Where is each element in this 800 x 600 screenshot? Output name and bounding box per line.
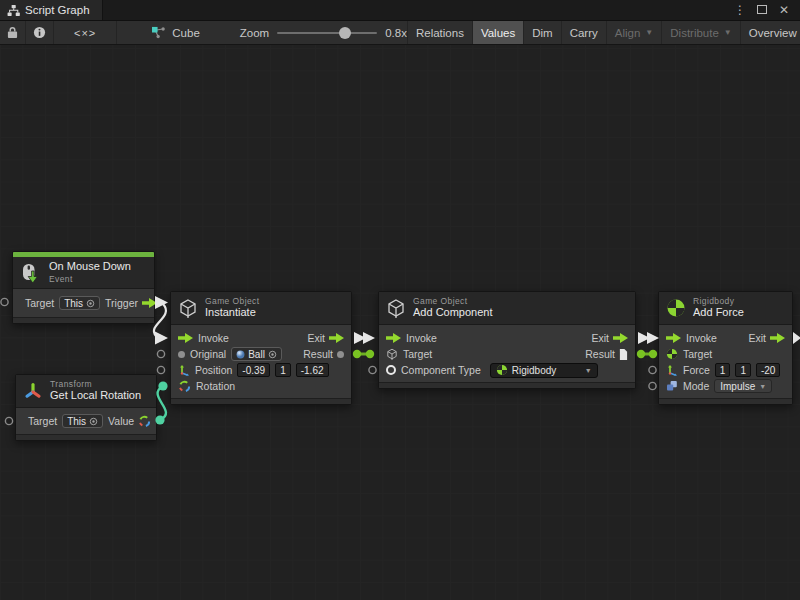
- port-label-target: Target: [28, 415, 57, 427]
- position-y-field[interactable]: 1: [275, 363, 291, 377]
- align-button[interactable]: Align▼: [607, 21, 663, 44]
- position-x-field[interactable]: -0.39: [237, 363, 270, 377]
- game-object-icon: [386, 348, 398, 360]
- flow-arrow-icon[interactable]: [613, 333, 628, 343]
- relations-button[interactable]: Relations: [408, 21, 473, 44]
- wire-exit-to-invoke-1[interactable]: [354, 332, 375, 344]
- position-z-field[interactable]: -1.62: [296, 363, 329, 377]
- force-z-field[interactable]: -20: [756, 363, 780, 377]
- target-object-field[interactable]: This: [59, 296, 100, 310]
- force-x-field[interactable]: 1: [715, 363, 731, 377]
- target-object-field[interactable]: This: [62, 414, 103, 428]
- close-icon[interactable]: ✕: [776, 3, 792, 17]
- mode-dropdown[interactable]: Impulse ▼: [714, 379, 772, 393]
- node-header[interactable]: Game Object Add Component: [379, 292, 635, 325]
- rigidbody-icon: [666, 298, 686, 318]
- transform-icon: [23, 381, 43, 401]
- wire-exit-offscreen[interactable]: [793, 332, 800, 344]
- subgraph-icon: [151, 26, 166, 39]
- wire-exit-to-invoke-2[interactable]: [638, 332, 659, 344]
- port-row-target: Target: [659, 346, 792, 362]
- flow-arrow-icon[interactable]: [329, 333, 344, 343]
- node-add-component[interactable]: Game Object Add Component Invoke Exit Ta…: [378, 291, 636, 389]
- carry-button[interactable]: Carry: [562, 21, 607, 44]
- more-menu-icon[interactable]: ⋮: [732, 3, 748, 17]
- flow-arrow-icon[interactable]: [666, 333, 681, 343]
- port-row: Target This Value: [16, 408, 156, 434]
- values-button[interactable]: Values: [473, 21, 524, 44]
- node-subtitle: Game Object: [413, 296, 493, 307]
- overview-button[interactable]: Overview: [741, 21, 800, 44]
- chevron-down-icon: ▼: [724, 28, 732, 37]
- port-row-invoke: Invoke Exit: [379, 330, 635, 346]
- node-subtitle: Game Object: [205, 296, 259, 307]
- port-row-force: Force 1 1 -20: [659, 362, 792, 378]
- file-icon[interactable]: [619, 349, 628, 360]
- mode-icon: [666, 380, 678, 392]
- type-port-icon[interactable]: [386, 365, 396, 375]
- chevron-down-icon: ▼: [585, 367, 592, 374]
- zoom-label: Zoom: [240, 27, 269, 39]
- flow-arrow-icon[interactable]: [142, 298, 157, 308]
- node-title: Get Local Rotation: [50, 389, 141, 403]
- object-picker-icon[interactable]: [86, 299, 95, 308]
- wire-result-to-target-1[interactable]: [353, 350, 374, 358]
- node-title: Add Component: [413, 306, 493, 320]
- node-footer: [16, 434, 156, 440]
- port-label-trigger: Trigger: [105, 297, 138, 309]
- component-type-dropdown[interactable]: Rigidbody ▼: [490, 363, 598, 378]
- rotation-icon[interactable]: [138, 415, 151, 428]
- node-on-mouse-down[interactable]: On Mouse Down Event Target This Trigger: [12, 251, 155, 324]
- position-icon[interactable]: [178, 364, 190, 376]
- node-get-local-rotation[interactable]: Transform Get Local Rotation Target This…: [15, 374, 157, 441]
- port-row-position: Position -0.39 1 -1.62: [171, 362, 351, 378]
- node-header[interactable]: Transform Get Local Rotation: [16, 375, 156, 408]
- node-add-force[interactable]: Rigidbody Add Force Invoke Exit Target: [658, 291, 793, 405]
- node-header[interactable]: Game Object Instantiate: [171, 292, 351, 325]
- zoom-slider-handle[interactable]: [339, 27, 351, 39]
- toolbar-toggles: Relations Values Dim Carry Align▼ Distri…: [407, 21, 800, 44]
- info-button[interactable]: [26, 21, 54, 44]
- dim-button[interactable]: Dim: [524, 21, 561, 44]
- object-picker-icon[interactable]: [268, 350, 277, 359]
- force-y-field[interactable]: 1: [735, 363, 751, 377]
- port-row-rotation: Rotation: [171, 378, 351, 394]
- position-icon[interactable]: [666, 364, 678, 376]
- zoom-value: 0.8x: [385, 27, 407, 39]
- code-view-button[interactable]: <×>: [54, 21, 117, 44]
- info-icon: [33, 26, 46, 39]
- value-port-icon[interactable]: [178, 351, 185, 358]
- graph-icon: [7, 4, 20, 17]
- lock-button[interactable]: [0, 21, 26, 44]
- window-controls: ⋮ ✕: [732, 0, 800, 20]
- maximize-icon[interactable]: [754, 3, 770, 17]
- port-row-mode: Mode Impulse ▼: [659, 378, 792, 394]
- graph-canvas[interactable]: On Mouse Down Event Target This Trigger: [0, 45, 800, 600]
- graph-toolbar: <×> Cube Zoom 0.8x Relations Values Dim …: [0, 20, 800, 45]
- graph-breadcrumb[interactable]: Cube: [141, 21, 210, 44]
- game-object-icon: [178, 298, 198, 318]
- node-footer: [659, 398, 792, 404]
- node-title: Add Force: [693, 306, 744, 320]
- flow-arrow-icon[interactable]: [386, 333, 401, 343]
- object-picker-icon[interactable]: [89, 417, 98, 426]
- node-header[interactable]: Rigidbody Add Force: [659, 292, 792, 325]
- graph-name-label: Cube: [172, 27, 200, 39]
- wire-result-to-target-2[interactable]: [637, 350, 657, 358]
- port-label-target: Target: [25, 297, 54, 309]
- tab-script-graph[interactable]: Script Graph: [0, 0, 103, 20]
- rigidbody-icon: [666, 348, 678, 360]
- original-object-field[interactable]: Ball: [231, 347, 282, 361]
- flow-arrow-icon[interactable]: [178, 333, 193, 343]
- node-subtitle: Event: [49, 274, 131, 285]
- distribute-button[interactable]: Distribute▼: [662, 21, 741, 44]
- node-header[interactable]: On Mouse Down Event: [13, 257, 154, 289]
- port-row-component-type: Component Type Rigidbody ▼: [379, 362, 635, 378]
- flow-arrow-icon[interactable]: [770, 333, 785, 343]
- wire-value-to-rotation[interactable]: [155, 381, 167, 424]
- zoom-slider[interactable]: [277, 32, 377, 34]
- node-title: On Mouse Down: [49, 260, 131, 274]
- node-instantiate[interactable]: Game Object Instantiate Invoke Exit Orig…: [170, 291, 352, 405]
- rotation-icon[interactable]: [178, 380, 191, 393]
- value-port-icon[interactable]: [337, 351, 344, 358]
